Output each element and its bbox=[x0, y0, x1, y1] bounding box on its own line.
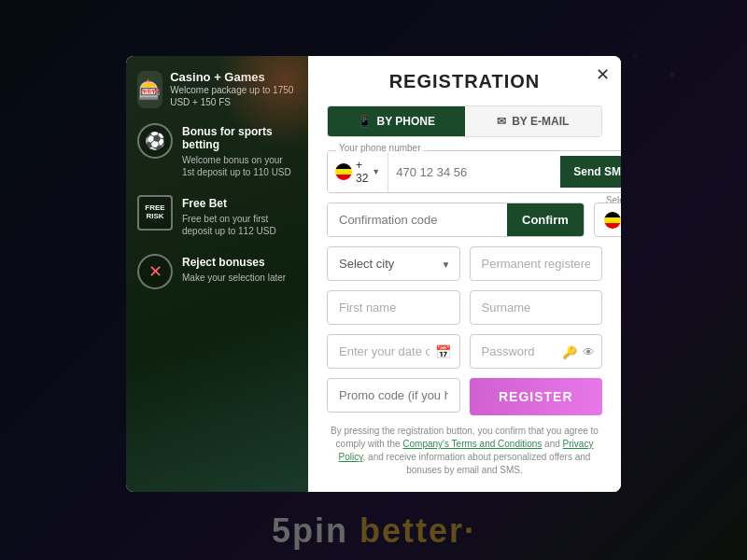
phone-tab-icon: 📱 bbox=[358, 115, 372, 128]
confirm-group: Confirm bbox=[327, 203, 585, 237]
tab-by-email[interactable]: ✉ BY E-MAIL bbox=[465, 106, 602, 136]
terms-text-after: , and receive information about personal… bbox=[363, 452, 591, 475]
phone-number-input[interactable] bbox=[388, 156, 560, 189]
first-name-group bbox=[327, 290, 460, 325]
freebet-desc: Free bet on your first deposit up to 112… bbox=[182, 213, 297, 237]
confirmation-row: Confirm Select country Belgium Germany ▼ bbox=[327, 203, 602, 237]
freebet-text: Free Bet Free bet on your first deposit … bbox=[182, 195, 297, 237]
address-input[interactable] bbox=[470, 246, 603, 281]
confirm-input-group: Confirm bbox=[327, 203, 585, 237]
dob-group: 📅 bbox=[327, 334, 460, 369]
country-group: Select country Belgium Germany ▼ bbox=[594, 203, 621, 237]
free-risk-icon: FREE RISK bbox=[137, 195, 173, 231]
sports-desc: Welcome bonus on your 1st deposit up to … bbox=[182, 154, 297, 178]
brand-icon: 🎰 bbox=[137, 71, 162, 108]
freebet-title: Free Bet bbox=[182, 197, 297, 210]
phone-tab-label: BY PHONE bbox=[377, 115, 435, 128]
phone-chevron-icon: ▼ bbox=[372, 167, 380, 176]
close-button[interactable]: ✕ bbox=[591, 63, 613, 86]
promo-group bbox=[327, 378, 460, 415]
dob-input[interactable] bbox=[327, 334, 460, 369]
surname-input[interactable] bbox=[470, 290, 603, 325]
city-address-row: Select city Brussels Antwerp ▼ bbox=[327, 246, 602, 281]
password-eye-icon[interactable]: 👁 bbox=[583, 344, 595, 358]
registration-modal: 🎰 Casino + Games Welcome package up to 1… bbox=[126, 56, 621, 492]
brand-text: Casino + Games Welcome package up to 175… bbox=[170, 70, 297, 108]
confirmation-code-input[interactable] bbox=[328, 203, 507, 236]
password-icons: 🔑 👁 bbox=[562, 344, 595, 358]
register-button[interactable]: REGISTER bbox=[470, 378, 603, 415]
phone-label: Your phone number bbox=[336, 143, 423, 153]
phone-row: Your phone number + 32 ▼ Send SMS Select… bbox=[327, 150, 602, 193]
sidebar-item-sports: ⚽ Bonus for sports betting Welcome bonus… bbox=[137, 123, 297, 178]
reject-text: Reject bonuses Make your selection later bbox=[182, 254, 286, 284]
sports-icon: ⚽ bbox=[137, 123, 173, 159]
sports-title: Bonus for sports betting bbox=[182, 125, 297, 151]
reject-icon: ✕ bbox=[137, 254, 173, 289]
email-tab-icon: ✉ bbox=[497, 115, 506, 128]
promo-input[interactable] bbox=[327, 378, 460, 413]
modal-overlay: 🎰 Casino + Games Welcome package up to 1… bbox=[0, 0, 747, 560]
phone-code: + 32 bbox=[356, 159, 368, 185]
send-sms-button[interactable]: Send SMS bbox=[560, 156, 621, 188]
first-name-input[interactable] bbox=[327, 290, 460, 325]
phone-group: Your phone number + 32 ▼ Send SMS bbox=[327, 150, 621, 193]
tab-by-phone[interactable]: 📱 BY PHONE bbox=[328, 106, 465, 136]
reject-title: Reject bonuses bbox=[182, 256, 286, 269]
confirm-button[interactable]: Confirm bbox=[507, 203, 584, 236]
promo-register-row: REGISTER bbox=[327, 378, 602, 415]
register-group: REGISTER bbox=[470, 378, 603, 415]
brand-subtitle: Welcome package up to 1750 USD + 150 FS bbox=[170, 84, 297, 108]
phone-input-group: + 32 ▼ Send SMS bbox=[327, 150, 621, 193]
terms-section: By pressing the registration button, you… bbox=[327, 425, 602, 477]
terms-text-middle: and bbox=[542, 439, 562, 449]
password-group: 🔑 👁 bbox=[470, 334, 603, 369]
address-group bbox=[470, 246, 603, 281]
email-tab-label: BY E-MAIL bbox=[512, 115, 569, 128]
name-row bbox=[327, 290, 602, 325]
modal-title: REGISTRATION bbox=[327, 71, 602, 92]
brand-section: 🎰 Casino + Games Welcome package up to 1… bbox=[137, 70, 297, 108]
country-select[interactable]: Belgium Germany bbox=[595, 203, 621, 236]
sidebar: 🎰 Casino + Games Welcome package up to 1… bbox=[126, 56, 308, 492]
auth-tabs: 📱 BY PHONE ✉ BY E-MAIL bbox=[327, 105, 602, 137]
belgium-flag bbox=[335, 163, 352, 180]
city-group: Select city Brussels Antwerp ▼ bbox=[327, 246, 460, 281]
sidebar-item-freebet: FREE RISK Free Bet Free bet on your firs… bbox=[137, 195, 297, 237]
phone-flag-selector[interactable]: + 32 ▼ bbox=[328, 151, 388, 192]
sidebar-item-reject: ✕ Reject bonuses Make your selection lat… bbox=[137, 254, 297, 289]
dob-password-row: 📅 🔑 👁 bbox=[327, 334, 602, 369]
brand-title: Casino + Games bbox=[170, 70, 297, 84]
city-select-wrapper: Select city Brussels Antwerp ▼ bbox=[327, 246, 460, 281]
country-select-wrapper: Belgium Germany ▼ bbox=[594, 203, 621, 237]
terms-conditions-link[interactable]: Company's Terms and Conditions bbox=[402, 439, 542, 449]
password-key-icon: 🔑 bbox=[562, 344, 577, 358]
form-panel: ✕ REGISTRATION 📱 BY PHONE ✉ BY E-MAIL Yo… bbox=[308, 56, 621, 492]
reject-desc: Make your selection later bbox=[182, 272, 286, 284]
surname-group bbox=[470, 290, 603, 325]
sports-text: Bonus for sports betting Welcome bonus o… bbox=[182, 123, 297, 178]
city-select[interactable]: Select city Brussels Antwerp bbox=[327, 246, 460, 281]
